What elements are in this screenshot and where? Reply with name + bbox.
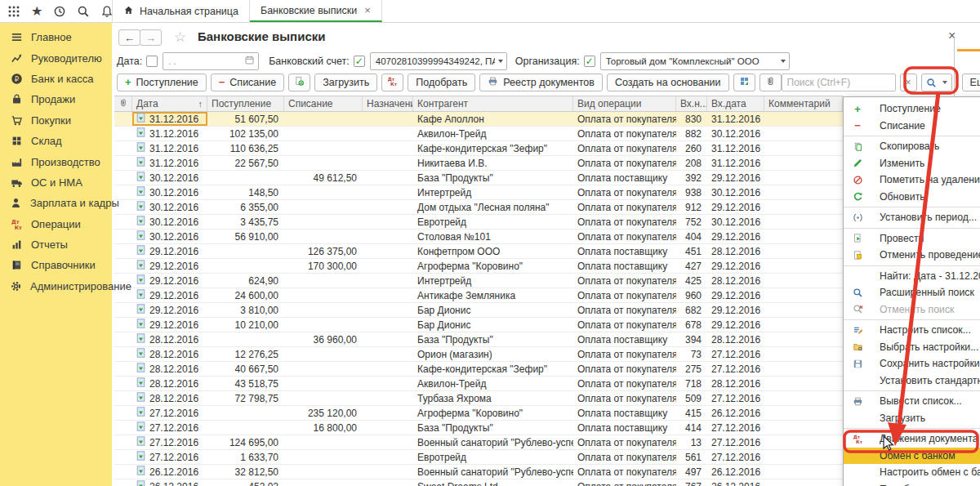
table-row[interactable]: 29.12.201610 210,00Бар ДионисОплата от п… (114, 318, 843, 332)
menu-item[interactable]: Настроить обмен с банком (844, 464, 980, 481)
table-row[interactable]: 27.12.20161 633,70ЕвротрейдОплата от пок… (114, 450, 843, 465)
apps-grid-icon[interactable] (7, 4, 20, 19)
table-row[interactable]: 28.12.201643 518,75Аквилон-ТрейдОплата о… (114, 377, 843, 391)
create-based-on-button[interactable]: Создать на основании (607, 74, 729, 91)
sidebar-item-bars[interactable]: Отчеты (0, 234, 112, 255)
more-button[interactable]: Еще (962, 74, 980, 91)
sidebar-item-person[interactable]: Зарплата и кадры (0, 193, 112, 213)
menu-item[interactable]: Установить период... (844, 209, 980, 226)
menu-item[interactable]: Подобрать (844, 481, 980, 486)
table-row[interactable]: 29.12.20163 810,00Бар ДионисОплата от по… (114, 303, 843, 318)
account-filter-checkbox[interactable]: ✓ (354, 56, 365, 67)
menu-item[interactable]: Установить стандартные настройки (844, 372, 980, 390)
table-row[interactable]: 28.12.201640 667,50Кафе-кондитерская "Зе… (114, 362, 843, 377)
table-row[interactable]: 30.12.20163 435,75ЕвротрейдОплата от пок… (114, 215, 843, 230)
menu-item[interactable]: Найти: Дата - 31.12.2016 (844, 268, 980, 285)
menu-item[interactable]: −Списание (844, 118, 980, 135)
table-row[interactable]: 27.12.2016235 120,00Агроферма "Коровино"… (114, 406, 843, 421)
table-row[interactable]: 31.12.201622 567,50Никитаева И.В.Оплата … (114, 156, 843, 171)
column-header-optype[interactable]: Вид операции (573, 96, 676, 111)
sidebar-item-boxes[interactable]: Склад (0, 131, 112, 151)
sidebar-item-factory[interactable]: Производство (0, 151, 112, 172)
table-row[interactable]: 29.12.2016126 375,00Конфетпром ООООплата… (114, 244, 843, 259)
menu-item[interactable]: Загрузить (844, 410, 980, 427)
column-header-purpose[interactable]: Назначение ... (363, 96, 413, 111)
table-row[interactable]: 27.12.201616 800,00База "Продукты"Оплата… (114, 421, 843, 435)
column-header-in[interactable]: Поступление (207, 96, 284, 111)
table-row[interactable]: 30.12.201656 910,00Столовая №101Оплата о… (114, 230, 843, 244)
date-filter-input[interactable]: . . (163, 52, 259, 70)
table-row[interactable]: 30.12.2016148,50ИнтертрейдОплата от поку… (114, 185, 843, 200)
favorite-star-icon[interactable]: ☆ (174, 29, 186, 46)
table-row[interactable]: 26.12.201632 812,50Военный санаторий "Ру… (114, 465, 843, 479)
sidebar-item-truck[interactable]: ОС и НМА (0, 172, 112, 193)
menu-item[interactable]: Скопировать (844, 138, 980, 155)
account-filter-select[interactable]: 40702810399994349242, ПАО СБЕРБАНК (370, 52, 507, 70)
menu-item-exchange-with-bank[interactable]: Обмен с банком (844, 448, 980, 465)
table-row[interactable]: 29.12.2016170 300,00Агроферма "Коровино"… (114, 259, 843, 274)
sidebar-item-dtkt[interactable]: ДтКтОперации (0, 214, 112, 234)
menu-item[interactable]: Отменить проведение (844, 247, 980, 264)
load-button[interactable]: Загрузить (314, 74, 377, 91)
column-header-ndate[interactable]: Вх.дата (707, 96, 764, 111)
menu-item[interactable]: Расширенный поиск (844, 284, 980, 301)
table-row[interactable]: 31.12.201651 607,50Кафе АполлонОплата от… (114, 112, 843, 127)
table-row[interactable]: 28.12.201672 798,75Турбаза ЯхромаОплата … (114, 391, 843, 406)
menu-item[interactable]: Сохранить настройки... (844, 355, 980, 372)
table-row[interactable]: 27.12.2016124 695,00Военный санаторий "Р… (114, 435, 843, 450)
menu-item[interactable]: Изменить (844, 155, 980, 172)
star-icon[interactable]: ★ (31, 4, 42, 19)
column-header-num[interactable]: Вх.н... (676, 96, 707, 111)
sidebar-item-gear[interactable]: Администрирование (0, 276, 112, 297)
receipt-button[interactable]: +Поступление (117, 74, 207, 91)
column-header-agent[interactable]: Контрагент (413, 96, 573, 111)
search-input[interactable] (782, 74, 896, 91)
writeoff-button[interactable]: −Списание (211, 74, 284, 91)
menu-item[interactable]: Выбрать настройки... (844, 339, 980, 356)
menu-item[interactable]: Пометить на удаление / Снять пометку (844, 172, 980, 189)
org-filter-select[interactable]: Торговый дом "Комплексный" ООО (600, 52, 790, 70)
sidebar-item-bag[interactable]: Продажи (0, 89, 112, 109)
table-row[interactable]: 31.12.2016102 135,00Аквилон-ТрейдОплата … (114, 127, 843, 141)
clear-search-button[interactable]: × (900, 74, 917, 91)
menu-item[interactable]: Вывести список... (844, 393, 980, 410)
sidebar-item-book[interactable]: Справочники (0, 255, 112, 275)
column-header-clip[interactable] (114, 96, 132, 111)
table-row[interactable]: 31.12.2016110 636,25Кафе-кондитерская "З… (114, 141, 843, 156)
menu-item[interactable]: Настроить список... (844, 322, 980, 339)
table-row[interactable]: 28.12.201636 960,00База "Продукты"Оплата… (114, 332, 843, 347)
column-header-out[interactable]: Списание (284, 96, 363, 111)
attachments-button[interactable] (760, 74, 782, 91)
sidebar-item-cart[interactable]: Покупки (0, 110, 112, 131)
menu-item[interactable]: Провести (844, 230, 980, 247)
tab-bank-statements[interactable]: Банковские выписки× (250, 0, 382, 22)
table-row[interactable]: 26.12.2016452,02Sweet Dreams LtdОплата о… (114, 479, 843, 486)
org-filter-checkbox[interactable]: ✓ (584, 56, 595, 67)
tab-close-icon[interactable]: × (364, 4, 371, 16)
sidebar-item-hamburger[interactable]: Главное (0, 27, 112, 47)
search-icon[interactable] (77, 4, 90, 19)
table-row[interactable]: 29.12.2016624,90ИнтертрейдОплата от поку… (114, 274, 843, 288)
calendar-icon[interactable] (244, 55, 255, 68)
load-statement-button[interactable] (288, 74, 310, 91)
sidebar-item-trend[interactable]: Руководителю (0, 47, 112, 68)
table-row[interactable]: 30.12.20166 355,00Дом отдыха "Лесная пол… (114, 200, 843, 215)
table-row[interactable]: 30.12.201649 612,50База "Продукты"Оплата… (114, 171, 843, 185)
menu-item[interactable]: Обновить (844, 189, 980, 206)
table-row[interactable]: 28.12.201612 276,25Орион (магазин)Оплата… (114, 347, 843, 362)
date-filter-checkbox[interactable] (146, 56, 158, 67)
pick-button[interactable]: Подобрать (408, 74, 475, 91)
forward-button[interactable]: → (140, 29, 162, 46)
history-icon[interactable] (53, 4, 66, 19)
back-button[interactable]: ← (118, 29, 140, 46)
menu-item[interactable]: +Поступление (844, 100, 980, 118)
sidebar-item-ruble[interactable]: ₽Банк и касса (0, 69, 112, 89)
search-button[interactable] (921, 74, 952, 91)
tab-home[interactable]: Начальная страница (112, 0, 250, 22)
exchange-button[interactable] (733, 74, 755, 91)
menu-item[interactable]: ДтКтДвижения документа (844, 430, 980, 448)
table-row[interactable]: 29.12.201624 600,00Антикафе ЗемляникаОпл… (114, 288, 843, 303)
movements-button[interactable]: ДтКт (381, 74, 403, 91)
registry-button[interactable]: Реестр документов (479, 74, 603, 91)
column-header-date[interactable]: Дата↑ (132, 96, 207, 111)
